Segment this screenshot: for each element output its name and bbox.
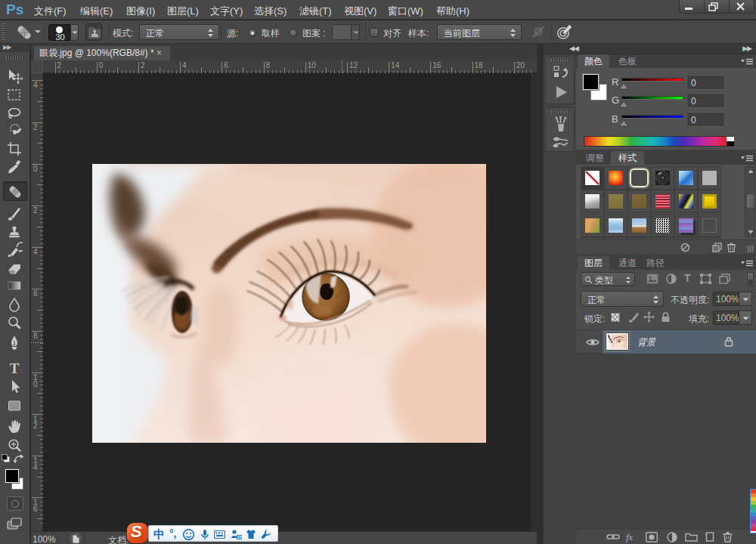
svg-text:15: 15	[237, 535, 241, 539]
svg-text:T: T	[10, 360, 20, 376]
